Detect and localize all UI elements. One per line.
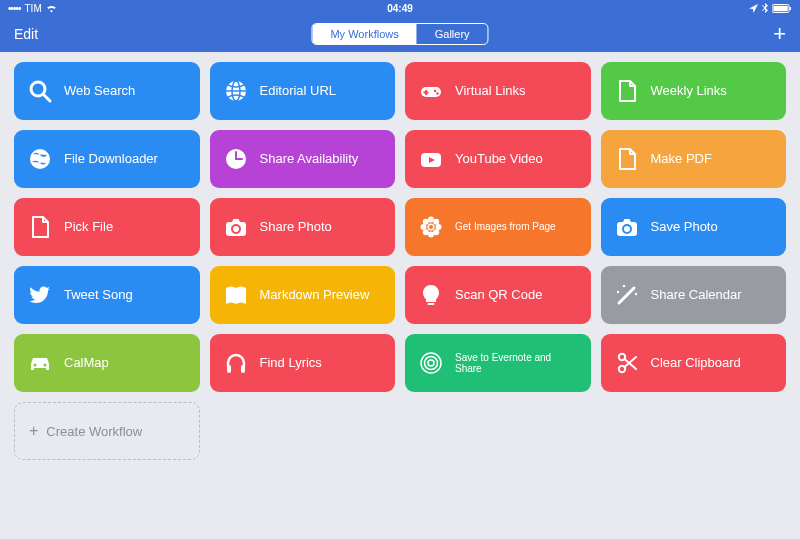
- tile-label: Clear Clipboard: [651, 356, 741, 371]
- globe-alt-icon: [26, 145, 54, 173]
- tile-label: Tweet Song: [64, 288, 133, 303]
- tile-label: Share Availability: [260, 152, 359, 167]
- workflow-grid: Web SearchEditorial URLVirtual LinksWeek…: [0, 52, 800, 470]
- document-icon: [26, 213, 54, 241]
- tab-my-workflows[interactable]: My Workflows: [312, 24, 416, 44]
- twitter-icon: [26, 281, 54, 309]
- tile-label: CalMap: [64, 356, 109, 371]
- workflow-tile[interactable]: Tweet Song: [14, 266, 200, 324]
- tile-label: Weekly Links: [651, 84, 727, 99]
- tile-label: Virtual Links: [455, 84, 526, 99]
- document-icon: [613, 77, 641, 105]
- workflow-tile[interactable]: Markdown Preview: [210, 266, 396, 324]
- workflow-tile[interactable]: Share Availability: [210, 130, 396, 188]
- camera-icon: [613, 213, 641, 241]
- status-time: 04:49: [387, 3, 413, 14]
- workflow-tile[interactable]: Virtual Links: [405, 62, 591, 120]
- workflow-tile[interactable]: Editorial URL: [210, 62, 396, 120]
- carrier-label: TIM: [25, 3, 42, 14]
- plus-icon: +: [29, 422, 38, 440]
- add-button[interactable]: +: [773, 21, 786, 47]
- workflow-tile[interactable]: CalMap: [14, 334, 200, 392]
- battery-icon: [772, 4, 792, 13]
- bluetooth-icon: [762, 3, 768, 13]
- clock-icon: [222, 145, 250, 173]
- tile-label: YouTube Video: [455, 152, 543, 167]
- workflow-tile[interactable]: File Downloader: [14, 130, 200, 188]
- create-label: Create Workflow: [46, 424, 142, 439]
- tile-label: Scan QR Code: [455, 288, 542, 303]
- gamepad-icon: [417, 77, 445, 105]
- status-bar: TIM 04:49: [0, 0, 800, 16]
- status-right: [749, 3, 792, 13]
- tile-label: File Downloader: [64, 152, 158, 167]
- car-icon: [26, 349, 54, 377]
- headphones-icon: [222, 349, 250, 377]
- tile-label: Make PDF: [651, 152, 712, 167]
- location-icon: [749, 4, 758, 13]
- tile-label: Markdown Preview: [260, 288, 370, 303]
- workflow-tile[interactable]: Save Photo: [601, 198, 787, 256]
- status-left: TIM: [8, 3, 57, 14]
- search-icon: [26, 77, 54, 105]
- workflow-tile[interactable]: Weekly Links: [601, 62, 787, 120]
- bulb-icon: [417, 281, 445, 309]
- workflow-tile[interactable]: Web Search: [14, 62, 200, 120]
- tile-label: Editorial URL: [260, 84, 337, 99]
- workflow-tile[interactable]: Get Images from Page: [405, 198, 591, 256]
- wand-icon: [613, 281, 641, 309]
- workflow-tile[interactable]: Share Photo: [210, 198, 396, 256]
- view-segmented-control: My Workflows Gallery: [311, 23, 488, 45]
- tile-label: Find Lyrics: [260, 356, 322, 371]
- target-icon: [417, 349, 445, 377]
- workflow-tile[interactable]: Pick File: [14, 198, 200, 256]
- document-icon: [613, 145, 641, 173]
- tile-label: Web Search: [64, 84, 135, 99]
- scissors-icon: [613, 349, 641, 377]
- globe-icon: [222, 77, 250, 105]
- svg-rect-2: [790, 7, 792, 10]
- workflow-tile[interactable]: Make PDF: [601, 130, 787, 188]
- workflow-tile[interactable]: Find Lyrics: [210, 334, 396, 392]
- camera-icon: [222, 213, 250, 241]
- tab-gallery[interactable]: Gallery: [417, 24, 488, 44]
- create-workflow-button[interactable]: +Create Workflow: [14, 402, 200, 460]
- flower-icon: [417, 213, 445, 241]
- tile-label: Get Images from Page: [455, 221, 556, 233]
- workflow-tile[interactable]: YouTube Video: [405, 130, 591, 188]
- signal-dots-icon: [8, 3, 21, 14]
- workflow-tile[interactable]: Save to Evernote and Share: [405, 334, 591, 392]
- book-icon: [222, 281, 250, 309]
- wifi-icon: [46, 4, 57, 13]
- tile-label: Share Photo: [260, 220, 332, 235]
- tile-label: Save Photo: [651, 220, 718, 235]
- edit-button[interactable]: Edit: [14, 26, 38, 42]
- tile-label: Share Calendar: [651, 288, 742, 303]
- workflow-tile[interactable]: Share Calendar: [601, 266, 787, 324]
- tile-label: Pick File: [64, 220, 113, 235]
- svg-rect-1: [773, 5, 787, 10]
- nav-header: Edit My Workflows Gallery +: [0, 16, 800, 52]
- workflow-tile[interactable]: Scan QR Code: [405, 266, 591, 324]
- play-icon: [417, 145, 445, 173]
- workflow-tile[interactable]: Clear Clipboard: [601, 334, 787, 392]
- tile-label: Save to Evernote and Share: [455, 352, 579, 375]
